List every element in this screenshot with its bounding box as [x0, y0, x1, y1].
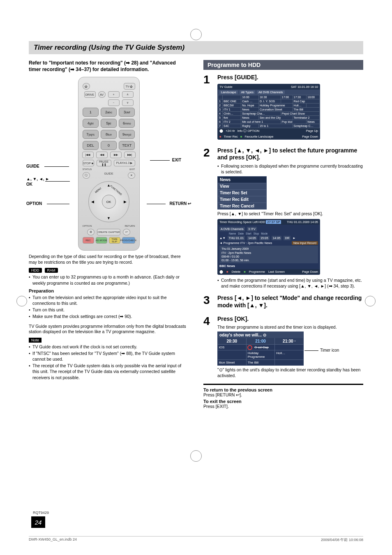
- step-4-foot: "⊙" lights on the unit's display to indi…: [217, 367, 363, 378]
- key-0: 0: [101, 141, 117, 150]
- page-title-bar: Timer recording (Using the TV Guide Syst…: [29, 41, 363, 54]
- timer-desc: Thu 01 January 2009 ITV : 2pm Pacific Ne…: [219, 246, 318, 263]
- callout-option: OPTION: [26, 201, 42, 206]
- drive-select: DRIVE: [84, 91, 96, 98]
- note-2: The receipt of the TV Guide system data …: [29, 363, 189, 380]
- step-4: 4 Press [OK]. The timer programme is sto…: [203, 315, 363, 378]
- step-4-title: Press [OK].: [217, 315, 363, 323]
- return-block: To return to the previous screen Press […: [203, 387, 363, 409]
- hdd-ram-note-0: You can enter up to 32 programmes up to …: [29, 274, 189, 286]
- guide-grid: 16:00 16:30 17:00 17:30 18:00 1BBC ONECa…: [218, 95, 320, 128]
- av-btn: AV: [98, 91, 106, 98]
- step-2: 2 Press [▲, ▼, ◄, ►] to select the futur…: [203, 147, 363, 290]
- step-1: 1 Press [GUIDE]. TV Guide SAT 10.01.09 1…: [203, 74, 363, 142]
- ret-t2: Press [EXIT].: [203, 404, 363, 409]
- section-title: Programme to HDD: [203, 60, 363, 70]
- key-3: 3def: [119, 108, 135, 117]
- key-6: 6mno: [119, 119, 135, 128]
- return-btn: ↩: [123, 229, 130, 235]
- popup-view: View: [218, 183, 266, 189]
- step-2-title: Press [▲, ▼, ◄, ►] to select the future …: [217, 147, 363, 161]
- status-btn: ⓘ: [83, 172, 90, 179]
- step-3-num: 3: [203, 295, 212, 311]
- key-4: 4ghi: [83, 119, 99, 128]
- left-column: Refer to "Important notes for recording"…: [29, 60, 189, 410]
- right-column: Programme to HDD 1 Press [GUIDE]. TV Gui…: [203, 60, 363, 410]
- power-icon: ⏻: [83, 83, 90, 90]
- step-2-num: 2: [203, 147, 212, 290]
- lead-text: Refer to "Important notes for recording"…: [29, 60, 189, 73]
- guide-channels: All DVB Channels: [257, 90, 285, 94]
- context-popup: News View Timer Rec Set Timer Rec Edit T…: [217, 176, 267, 210]
- play-btn: PLAY/x1.3 ▶: [114, 160, 135, 166]
- timer-icon-label: Timer icon: [320, 348, 339, 352]
- result-top: oday's show we will... ⊙: [218, 332, 303, 338]
- callout-guide: GUIDE: [26, 164, 39, 168]
- page-number: 24: [31, 516, 45, 528]
- hdd-ram-list: You can enter up to 32 programmes up to …: [29, 274, 189, 286]
- step-1-num: 1: [203, 74, 212, 142]
- step-4-num: 4: [203, 315, 212, 378]
- key-2: 2abc: [101, 108, 117, 117]
- rqt-code: RQT9429: [33, 511, 49, 515]
- new-input-record: New Input Record: [292, 241, 318, 245]
- prev-icon: |◀◀: [82, 152, 94, 158]
- result-ui: oday's show we will... ⊙ 20:30 21:00 21:…: [217, 332, 304, 366]
- ret-h2: To exit the screen: [203, 399, 363, 404]
- timer-rec-ui: Timer Recording Space Left HDD 27:37 SP …: [217, 219, 320, 274]
- ch-up: ∧: [122, 91, 134, 98]
- hdd-pill: HDD: [29, 268, 42, 273]
- prep-2: Make sure that the clock settings are co…: [29, 313, 189, 319]
- remote-control: ⏻ TV ⏻ DRIVE AV ＋ ∧ － ∨: [78, 77, 140, 251]
- ch-dn: ∨: [122, 99, 134, 106]
- ram-pill: RAM: [45, 268, 58, 273]
- popup-cancel: Timer Rec Cancel: [218, 203, 266, 209]
- key-9: 9wxyz: [119, 130, 135, 139]
- step-1-title: Press [GUIDE].: [217, 74, 363, 81]
- prep-heading: Preparation: [29, 288, 189, 293]
- remote-figure: GUIDE ▲, ▼, ◄, ► OK OPTION EXIT RETURN ↩…: [29, 77, 189, 251]
- yellow-btn: TIME SLIP: [109, 237, 120, 244]
- popup-set: Timer Rec Set: [218, 189, 266, 196]
- prep-0: Turn on the television and select the ap…: [29, 295, 189, 306]
- callout-return: RETURN ↩: [170, 201, 191, 206]
- note-label: Note: [29, 338, 42, 343]
- guide-mode: Landscape: [219, 90, 238, 94]
- ret-t1: Press [RETURN ↩].: [203, 392, 363, 397]
- step-2-confirm: Confirm the programme (start and end tim…: [217, 277, 363, 289]
- popup-title: News: [218, 177, 266, 183]
- create-chapter: CREATE CHAPTER: [97, 229, 120, 235]
- rew-icon: ◀◀: [96, 152, 108, 158]
- key-text: TEXT: [119, 141, 135, 150]
- tv-btn: TV ⏻: [124, 83, 135, 90]
- ret-h1: To return to the previous screen: [203, 387, 363, 392]
- option-btn: ⚙: [87, 229, 95, 235]
- step-2-after: Press [▲, ▼] to select "Timer Rec Set" a…: [217, 211, 363, 217]
- vol-dn: －: [108, 99, 120, 106]
- notes-list: TV Guide does not work if the clock is n…: [29, 344, 189, 380]
- blue-btn: PROG/CHECK: [122, 237, 135, 244]
- step-2-sub: Following screen is displayed when the p…: [217, 163, 363, 175]
- vol-up: ＋: [108, 91, 120, 98]
- guide-ui-date: SAT 10.01.09 16:10: [291, 85, 318, 89]
- footer: DMR-XW450_GL_en.indb 24 2009/04/08 午前 10…: [29, 536, 363, 543]
- footer-right: 2009/04/08 午前 10:06:08: [321, 537, 363, 543]
- callout-exit: EXIT: [172, 158, 181, 162]
- tvguide-para: TV Guide system provides programme infor…: [29, 324, 189, 335]
- popup-edit: Timer Rec Edit: [218, 196, 266, 203]
- footer-left: DMR-XW450_GL_en.indb 24: [29, 537, 77, 543]
- remote-caption: Depending on the type of disc used for r…: [29, 254, 189, 265]
- step-4-sub: The timer programme is stored and the ti…: [217, 325, 363, 330]
- key-5: 5jkl: [101, 119, 117, 128]
- guide-types: All Types: [240, 90, 255, 94]
- red-btn: REC: [83, 237, 94, 244]
- guide-ui-title: TV Guide: [219, 85, 233, 89]
- fwd-icon: ▶▶: [110, 152, 122, 158]
- stop-btn: STOP ■: [83, 160, 94, 166]
- prep-list: Turn on the television and select the ap…: [29, 295, 189, 320]
- callout-arrows: ▲, ▼, ◄, ►: [26, 177, 49, 181]
- ok-btn: OK: [102, 195, 116, 209]
- step-3: 3 Press [◄, ►] to select "Mode" and chan…: [203, 295, 363, 311]
- pause-btn: PAUSE ❚❚: [97, 160, 111, 166]
- divider: [203, 384, 363, 385]
